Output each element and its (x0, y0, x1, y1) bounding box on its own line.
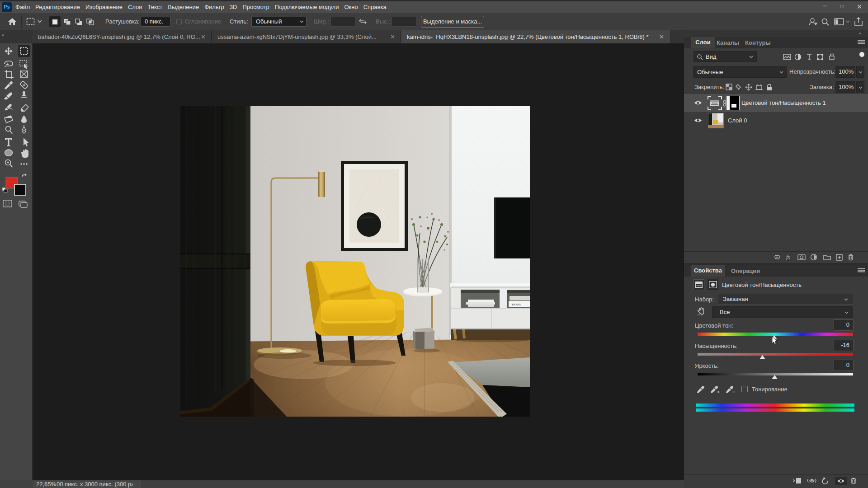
svg-text:FASHI: FASHI (512, 303, 521, 306)
svg-text:fx: fx (786, 254, 790, 260)
